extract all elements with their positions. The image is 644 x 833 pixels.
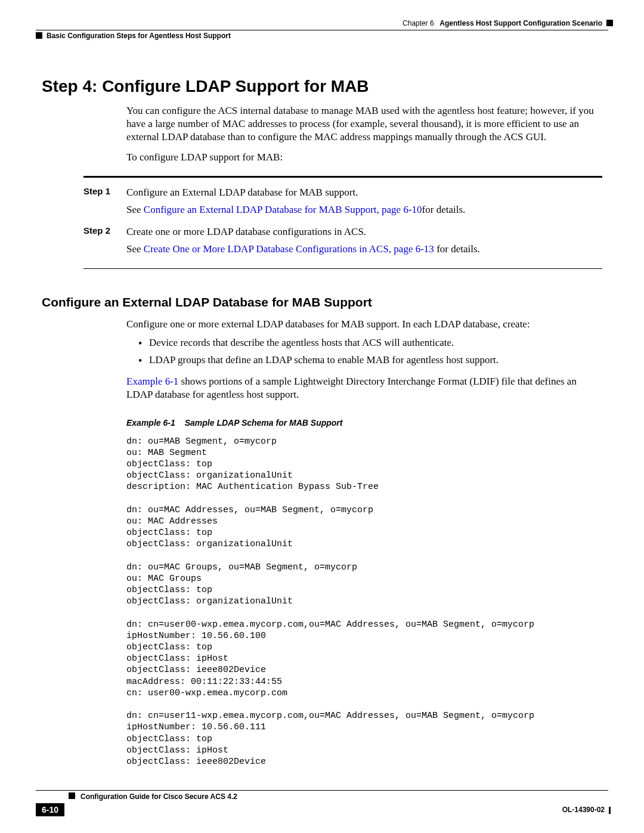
section2-paragraph-1: Configure one or more external LDAP data… <box>126 318 602 331</box>
footer-row: 6-10 OL-14390-02 <box>36 803 608 816</box>
example-caption: Example 6-1Sample LDAP Schema for MAB Su… <box>126 418 608 428</box>
step-content: Configure an External LDAP database for … <box>126 186 465 221</box>
step-row: Step 2 Create one or more LDAP database … <box>83 225 602 260</box>
step-row: Step 1 Configure an External LDAP databa… <box>83 186 602 221</box>
page-footer: Configuration Guide for Cisco Secure ACS… <box>36 790 608 816</box>
chapter-label: Chapter 6 <box>402 19 434 27</box>
heading-1: Step 4: Configure LDAP Support for MAB <box>42 77 608 96</box>
heading-2: Configure an External LDAP Database for … <box>42 295 608 309</box>
cross-ref-link[interactable]: Create One or More LDAP Database Configu… <box>144 243 434 255</box>
step-content: Create one or more LDAP database configu… <box>126 225 480 260</box>
step-see-line: See Configure an External LDAP Database … <box>126 203 465 217</box>
footer-guide-title: Configuration Guide for Cisco Secure ACS… <box>36 791 608 801</box>
cross-ref-link[interactable]: Configure an External LDAP Database for … <box>144 204 422 215</box>
header-rule <box>36 30 608 30</box>
section2-paragraph-2: Example 6-1 shows portions of a sample L… <box>126 375 602 401</box>
step-see-line: See Create One or More LDAP Database Con… <box>126 243 480 256</box>
intro-paragraph-1: You can configure the ACS internal datab… <box>126 104 602 144</box>
list-item: Device records that describe the agentle… <box>138 336 602 351</box>
step-text: Configure an External LDAP database for … <box>126 186 465 200</box>
step-label: Step 2 <box>83 225 126 260</box>
intro-paragraph-2: To configure LDAP support for MAB: <box>126 151 602 164</box>
bullet-list: Device records that describe the agentle… <box>138 336 602 367</box>
step-label: Step 1 <box>83 186 126 221</box>
steps-rule-top <box>83 176 602 178</box>
document-page: Chapter 6 Agentless Host Support Configu… <box>0 0 644 833</box>
list-item: LDAP groups that define an LDAP schema t… <box>138 353 602 368</box>
code-block: dn: ou=MAB Segment, o=mycorp ou: MAB Seg… <box>126 436 608 767</box>
header-right: Chapter 6 Agentless Host Support Configu… <box>36 19 608 27</box>
page-number: 6-10 <box>36 803 64 816</box>
section-name: Basic Configuration Steps for Agentless … <box>47 32 231 40</box>
steps-rule-bottom <box>83 268 602 269</box>
steps-block: Step 1 Configure an External LDAP databa… <box>83 176 602 269</box>
step-text: Create one or more LDAP database configu… <box>126 225 480 239</box>
header-left: Basic Configuration Steps for Agentless … <box>36 32 608 40</box>
cross-ref-link[interactable]: Example 6-1 <box>126 376 178 387</box>
doc-id: OL-14390-02 <box>562 806 608 814</box>
chapter-title: Agentless Host Support Configuration Sce… <box>439 19 602 27</box>
